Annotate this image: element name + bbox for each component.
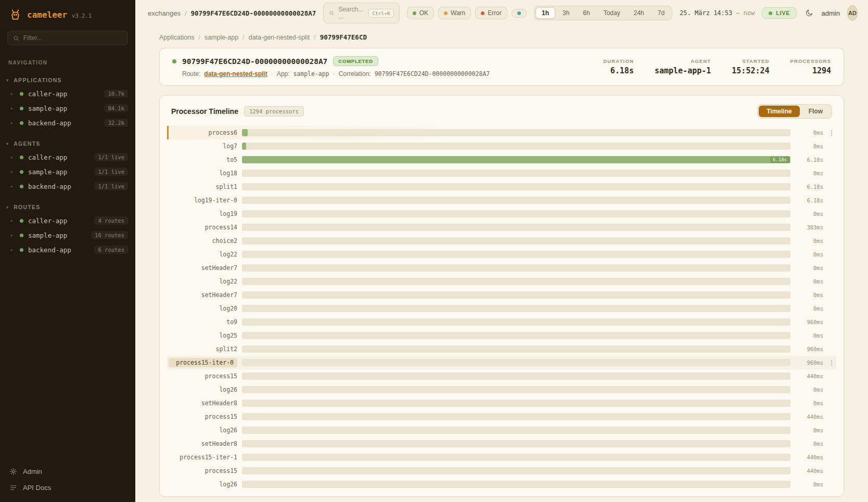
- status-dot: [517, 11, 521, 15]
- timeline-row-log26[interactable]: log260ms⋮: [167, 478, 836, 491]
- processor-label: process15: [169, 372, 237, 380]
- timeline-row-process14[interactable]: process14383ms⋮: [167, 221, 836, 234]
- date-range-start: 25. März 14:53: [680, 9, 732, 17]
- timeline-row-process15-iter-1[interactable]: process15-iter-1440ms⋮: [167, 450, 836, 464]
- live-toggle[interactable]: LIVE: [762, 7, 797, 19]
- breadcrumb-separator: /: [242, 34, 244, 41]
- sidebar-item-badge: 6 routes: [94, 246, 128, 254]
- view-toggle-flow[interactable]: Flow: [801, 106, 831, 117]
- section-header-applications[interactable]: ▾APPLICATIONS: [0, 75, 135, 86]
- sidebar-item-routes-caller-app[interactable]: ▸caller-app4 routes: [0, 213, 135, 228]
- correlation-value: 90799F47E6CD24D-00000000000028A7: [375, 70, 490, 78]
- timeline-row-log25[interactable]: log250ms⋮: [167, 329, 836, 342]
- sidebar-item-api-docs[interactable]: API Docs: [9, 484, 126, 492]
- sidebar-item-admin[interactable]: Admin: [9, 468, 126, 475]
- row-menu-icon[interactable]: ⋮: [828, 129, 835, 137]
- navigation-label: NAVIGATION: [8, 60, 127, 66]
- sidebar-item-applications-backend-app[interactable]: ▸backend-app32.2k: [0, 115, 135, 130]
- status-filter-ok[interactable]: OK: [407, 7, 434, 19]
- view-toggle-timeline[interactable]: Timeline: [759, 106, 799, 117]
- time-range-24h[interactable]: 24h: [628, 7, 650, 19]
- timeline-row-process15[interactable]: process15440ms⋮: [167, 410, 836, 423]
- timeline-track: [242, 237, 790, 244]
- sidebar-item-badge: 4 routes: [94, 216, 128, 225]
- processor-label: log7: [169, 143, 237, 150]
- sidebar-item-routes-sample-app[interactable]: ▸sample-app16 routes: [0, 228, 135, 242]
- status-filter-label: Warn: [451, 9, 465, 17]
- row-duration: 0ms: [795, 143, 823, 149]
- timeline-row-log26[interactable]: log260ms⋮: [167, 383, 836, 396]
- breadcrumb-applications[interactable]: Applications: [159, 34, 194, 41]
- section-header-agents[interactable]: ▾AGENTS: [0, 138, 135, 150]
- sidebar-item-agents-caller-app[interactable]: ▸caller-app1/1 live: [0, 150, 135, 164]
- timeline-row-to9[interactable]: to9960ms⋮: [167, 315, 836, 329]
- status-filter-warn[interactable]: Warn: [438, 7, 471, 19]
- sidebar-item-agents-sample-app[interactable]: ▸sample-app1/1 live: [0, 164, 135, 179]
- timeline-row-setheader7[interactable]: setHeader70ms⋮: [167, 261, 836, 275]
- time-range-6h[interactable]: 6h: [577, 7, 596, 19]
- timeline-row-process6[interactable]: process60ms⋮: [167, 126, 836, 139]
- processor-label: process15: [169, 467, 237, 474]
- timeline-row-log20[interactable]: log200ms⋮: [167, 302, 836, 315]
- timeline-row-log26[interactable]: log260ms⋮: [167, 423, 836, 437]
- timeline-row-log22[interactable]: log220ms⋮: [167, 248, 836, 261]
- timeline-row-split1[interactable]: split16.18s⋮: [167, 180, 836, 194]
- timeline-row-to5[interactable]: to56.18s6.18s⋮: [167, 153, 836, 166]
- timeline-row-log18[interactable]: log180ms⋮: [167, 166, 836, 180]
- sidebar-item-routes-backend-app[interactable]: ▸backend-app6 routes: [0, 242, 135, 257]
- breadcrumb-sample-app[interactable]: sample-app: [205, 34, 238, 41]
- timeline-track: [242, 427, 790, 434]
- row-duration: 440ms: [795, 468, 823, 474]
- processor-label: to5: [169, 156, 237, 163]
- status-dot: [20, 156, 23, 159]
- breadcrumb-exchanges[interactable]: exchanges: [148, 9, 181, 17]
- timeline-row-process15[interactable]: process15440ms⋮: [167, 464, 836, 478]
- timeline-track: [242, 278, 790, 285]
- date-range[interactable]: 25. März 14:53 — now: [680, 9, 755, 17]
- timeline-row-log19[interactable]: log190ms⋮: [167, 207, 836, 221]
- breadcrumb-data-gen-nested-split[interactable]: data-gen-nested-split: [249, 34, 310, 41]
- meta-separator: ·: [333, 70, 335, 78]
- status-dot: [444, 11, 448, 15]
- timeline-row-process15[interactable]: process15440ms⋮: [167, 369, 836, 383]
- time-range-7d[interactable]: 7d: [652, 7, 671, 19]
- status-filter-extra[interactable]: [512, 9, 527, 18]
- view-toggle-group: TimelineFlow: [757, 104, 832, 119]
- status-dot: [20, 107, 23, 110]
- sidebar-section-applications: ▾APPLICATIONS▸caller-app10.7k▸sample-app…: [0, 75, 135, 130]
- chevron-right-icon: ▸: [10, 247, 15, 252]
- timeline-row-choice2[interactable]: choice20ms⋮: [167, 234, 836, 248]
- avatar[interactable]: AD: [847, 5, 858, 21]
- timeline-row-process15-iter-0[interactable]: process15-iter-0960ms⋮: [167, 356, 836, 369]
- app-logo[interactable]: cameleer v3.2.1: [0, 0, 135, 29]
- sidebar-item-applications-caller-app[interactable]: ▸caller-app10.7k: [0, 86, 135, 101]
- row-duration: 440ms: [795, 373, 823, 379]
- sidebar-item-agents-backend-app[interactable]: ▸backend-app1/1 live: [0, 179, 135, 194]
- timeline-row-split2[interactable]: split2960ms⋮: [167, 342, 836, 356]
- filter-input[interactable]: [23, 34, 122, 42]
- sidebar-footer: Admin API Docs: [0, 460, 135, 502]
- sidebar-item-badge: 1/1 live: [94, 168, 128, 176]
- status-filter-error[interactable]: Error: [475, 7, 507, 19]
- timeline-row-setheader8[interactable]: setHeader80ms⋮: [167, 396, 836, 410]
- section-caret-icon: ▾: [6, 205, 9, 210]
- time-range-1h[interactable]: 1h: [535, 7, 555, 19]
- timeline-row-log19-iter-0[interactable]: log19-iter-06.18s⋮: [167, 194, 836, 207]
- timeline-row-setheader7[interactable]: setHeader70ms⋮: [167, 288, 836, 302]
- section-header-routes[interactable]: ▾ROUTES: [0, 202, 135, 213]
- exchange-summary-left: 90799F47E6CD24D-00000000000028A7 COMPLET…: [172, 56, 490, 78]
- row-menu-icon[interactable]: ⋮: [828, 359, 835, 367]
- duration-bar: 6.18s: [242, 156, 790, 163]
- time-range-today[interactable]: Today: [597, 7, 627, 19]
- chevron-right-icon: ▸: [10, 169, 15, 174]
- status-dot: [20, 185, 23, 188]
- timeline-row-log22[interactable]: log220ms⋮: [167, 275, 836, 288]
- timeline-row-setheader8[interactable]: setHeader80ms⋮: [167, 437, 836, 450]
- stat-label: AGENT: [655, 58, 711, 64]
- sidebar-item-applications-sample-app[interactable]: ▸sample-app84.1k: [0, 101, 135, 115]
- route-link[interactable]: data-gen-nested-split: [204, 70, 267, 78]
- timeline-row-log7[interactable]: log70ms⋮: [167, 139, 836, 153]
- time-range-3h[interactable]: 3h: [556, 7, 576, 19]
- theme-toggle-button[interactable]: [804, 5, 814, 21]
- search-button[interactable]: Search... ... Ctrl+K: [323, 3, 399, 23]
